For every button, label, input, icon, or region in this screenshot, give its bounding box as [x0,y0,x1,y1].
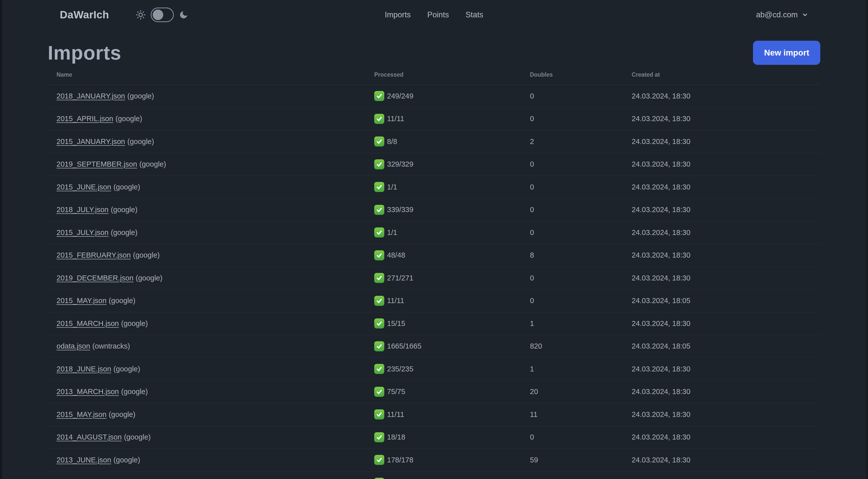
import-name-cell: 2018_JANUARY.json(google) [57,92,374,100]
import-name-cell: 2015_MARCH.json(google) [57,320,374,328]
import-source: (owntracks) [92,342,130,350]
table-row: 2015_MAY.json(google) 11/11 11 24.03.202… [48,403,820,426]
import-source: (google) [127,138,154,146]
table-row: 2015_JUNE.json(google) 1/1 0 24.03.2024,… [48,176,820,199]
check-mark-icon [374,159,384,169]
check-mark-icon [374,296,384,306]
created-at: 24.03.2024, 18:30 [632,388,820,396]
doubles-count: 0 [530,433,632,441]
nav-link-stats[interactable]: Stats [465,10,483,19]
table-header-row: Name Processed Doubles Created at [48,65,820,85]
processed-count: 15/15 [387,320,405,328]
import-file-link[interactable]: odata.json [57,342,90,350]
import-file-link[interactable]: 2015_MAY.json [57,410,106,418]
import-file-link[interactable]: 2018_JULY.json [57,206,108,214]
import-file-link[interactable]: 2013_MARCH.json [57,388,119,395]
table-row: 2015_FEBRUARY.json(google) 48/48 8 24.03… [48,244,820,267]
imports-table: Name Processed Doubles Created at 2018_J… [48,65,820,479]
processed-count: 75/75 [387,388,405,396]
navbar: DaWarIch Imports Points [0,0,868,30]
import-file-link[interactable]: 2018_JANUARY.json [57,92,125,100]
import-name-cell: 2019_DECEMBER.json(google) [57,274,374,282]
import-source: (google) [111,229,137,237]
import-name-cell: 2018_JULY.json(google) [57,206,374,214]
nav-link-points[interactable]: Points [427,10,449,19]
import-name-cell: 2015_MAY.json(google) [57,297,374,305]
table-row: 2018_JULY.json(google) 339/339 0 24.03.2… [48,199,820,222]
import-file-link[interactable]: 2019_DECEMBER.json [57,274,133,282]
check-mark-icon [374,273,384,283]
processed-count: 11/11 [387,297,404,305]
doubles-count: 2 [530,138,632,146]
doubles-count: 8 [530,251,632,259]
import-file-link[interactable]: 2015_FEBRUARY.json [57,251,131,259]
processed-cell: 48/48 [374,250,530,260]
check-mark-icon [374,387,384,397]
import-file-link[interactable]: 2015_JANUARY.json [57,138,125,146]
processed-cell: 1665/1665 [374,341,530,351]
theme-switch[interactable] [151,7,174,22]
processed-count: 48/48 [387,251,405,259]
check-mark-icon [374,205,384,215]
table-row: 2014_AUGUST.json(google) 18/18 0 24.03.2… [48,426,820,449]
import-source: (google) [114,183,140,191]
import-file-link[interactable]: 2018_JUNE.json [57,365,111,373]
processed-cell: 249/249 [374,91,530,101]
doubles-count: 0 [530,297,632,305]
created-at: 24.03.2024, 18:30 [632,183,820,191]
processed-cell [374,478,530,479]
import-file-link[interactable]: 2015_JULY.json [57,229,108,237]
processed-count: 249/249 [387,92,413,100]
import-file-link[interactable]: 2015_MARCH.json [57,320,119,327]
import-source: (google) [127,92,154,100]
scrollbar-track[interactable] [866,0,868,479]
created-at: 24.03.2024, 18:30 [632,115,820,123]
import-source: (google) [135,274,162,282]
sun-icon [135,10,146,20]
doubles-count: 20 [530,388,632,396]
import-name-cell: 2019_SEPTEMBER.json(google) [57,160,374,169]
import-file-link[interactable]: 2013_JUNE.json [57,456,111,464]
created-at: 24.03.2024, 18:30 [632,206,820,214]
import-source: (google) [109,297,135,305]
app-logo[interactable]: DaWarIch [60,9,109,21]
new-import-button[interactable]: New import [753,41,820,65]
processed-cell: 11/11 [374,296,530,306]
column-header-name: Name [57,71,374,78]
check-mark-icon [374,455,384,465]
import-file-link[interactable]: 2015_JUNE.json [57,183,111,191]
check-mark-icon [374,319,384,328]
processed-count: 11/11 [387,410,404,419]
created-at: 24.03.2024, 18:05 [632,297,820,305]
created-at: 24.03.2024, 18:30 [632,274,820,282]
check-mark-icon [374,228,384,238]
processed-cell: 8/8 [374,137,530,147]
import-source: (google) [111,206,137,214]
moon-icon [179,10,188,20]
import-name-cell: 2015_JULY.json(google) [57,229,374,237]
processed-count: 18/18 [387,433,405,441]
check-mark-icon [374,341,384,351]
import-file-link[interactable]: 2015_MAY.json [57,297,106,305]
check-mark-icon [374,478,384,479]
processed-cell: 178/178 [374,455,530,465]
import-source: (google) [121,320,148,327]
processed-count: 339/339 [387,206,413,214]
import-file-link[interactable]: 2015_APRIL.json [57,115,113,123]
nav-link-imports[interactable]: Imports [385,10,411,19]
theme-switch-knob[interactable] [153,9,163,20]
doubles-count: 0 [530,206,632,214]
created-at: 24.03.2024, 18:30 [632,365,820,373]
check-mark-icon [374,137,384,147]
created-at: 24.03.2024, 18:30 [632,251,820,259]
user-menu[interactable]: ab@cd.com [756,10,808,19]
import-file-link[interactable]: 2014_AUGUST.json [57,433,122,441]
import-name-cell: 2014_AUGUST.json(google) [57,433,374,441]
main-nav: Imports Points Stats [385,10,483,19]
import-name-cell: 2015_JANUARY.json(google) [57,138,374,146]
doubles-count: 0 [530,183,632,191]
processed-cell: 1/1 [374,182,530,192]
table-row: 2018_JUNE.json(google) 235/235 1 24.03.2… [48,358,820,381]
table-body: 2018_JANUARY.json(google) 249/249 0 24.0… [48,85,820,479]
import-file-link[interactable]: 2019_SEPTEMBER.json [57,160,137,168]
